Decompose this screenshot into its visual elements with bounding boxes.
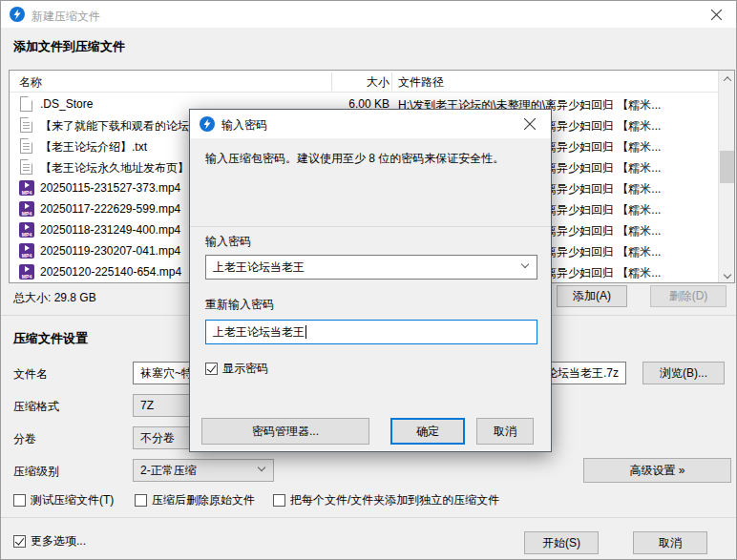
filename-label: 文件名 bbox=[13, 366, 48, 383]
window-titlebar: 新建压缩文件 bbox=[1, 1, 736, 28]
app-logo-icon bbox=[200, 116, 215, 132]
checkbox-label: 更多选项... bbox=[31, 533, 86, 550]
checkbox-label: 把每个文件/文件夹添加到独立的压缩文件 bbox=[290, 492, 499, 508]
mp4-file-icon: MP4 bbox=[19, 264, 34, 280]
delete-original-checkbox[interactable]: 压缩后删除原始文件 bbox=[135, 492, 255, 508]
dialog-divider bbox=[190, 226, 551, 227]
password-value: 上老王论坛当老王 bbox=[213, 259, 305, 276]
confirm-password-label: 重新输入密码 bbox=[205, 297, 274, 313]
ok-button[interactable]: 确定 bbox=[390, 418, 465, 445]
scroll-down-icon[interactable] bbox=[719, 266, 735, 282]
checkbox-label: 测试压缩文件(T) bbox=[31, 492, 114, 508]
format-label: 压缩格式 bbox=[13, 399, 59, 415]
checkbox-box bbox=[273, 494, 285, 507]
file-name: 20250117-222629-599.mp4 bbox=[40, 202, 180, 216]
scroll-up-icon[interactable] bbox=[719, 71, 735, 87]
file-name: 【老王论坛永久地址发布页】.t bbox=[40, 160, 196, 176]
checkbox-box bbox=[13, 494, 26, 507]
filename-value-left: 袜塞穴~特 bbox=[140, 365, 193, 382]
main-cancel-button[interactable]: 取消 bbox=[633, 531, 707, 554]
column-header-size[interactable]: 大小 bbox=[277, 74, 390, 91]
level-label: 压缩级别 bbox=[13, 464, 59, 480]
confirm-password-input[interactable]: 上老王论坛当老王 bbox=[205, 320, 537, 344]
dialog-close-icon[interactable] bbox=[516, 114, 543, 134]
chevron-down-icon bbox=[258, 464, 265, 471]
file-name: 20250118-231249-400.mp4 bbox=[40, 223, 180, 237]
column-divider[interactable] bbox=[391, 73, 392, 91]
more-options-checkbox[interactable]: 更多选项... bbox=[13, 533, 86, 550]
mp4-file-icon: MP4 bbox=[19, 180, 34, 196]
text-caret bbox=[305, 325, 306, 339]
enter-password-dialog: 输入密码 输入压缩包密码。建议使用至少 8 位的密码来保证安全性。 输入密码 上… bbox=[189, 109, 552, 452]
checkbox-label: 压缩后删除原始文件 bbox=[152, 492, 255, 508]
volume-value: 不分卷 bbox=[140, 430, 175, 446]
filename-value-right: 论坛当老王.7z bbox=[546, 365, 619, 382]
password-combobox[interactable]: 上老王论坛当老王 bbox=[205, 255, 537, 280]
browse-button[interactable]: 浏览(B)... bbox=[642, 362, 725, 384]
mp4-file-icon: MP4 bbox=[19, 243, 34, 259]
individual-archives-checkbox[interactable]: 把每个文件/文件夹添加到独立的压缩文件 bbox=[273, 492, 499, 508]
table-scrollbar[interactable] bbox=[718, 71, 734, 282]
file-name: 20250119-230207-041.mp4 bbox=[40, 244, 180, 258]
settings-section-title: 压缩文件设置 bbox=[13, 330, 88, 347]
advanced-settings-button[interactable]: 高级设置 » bbox=[583, 458, 731, 483]
dialog-message: 输入压缩包密码。建议使用至少 8 位的密码来保证安全性。 bbox=[205, 150, 536, 167]
volume-label: 分卷 bbox=[13, 431, 36, 447]
format-value: 7Z bbox=[140, 399, 154, 412]
page-title: 添加文件到压缩文件 bbox=[13, 38, 125, 55]
file-name: 【来了就能下载和观看的论坛, bbox=[40, 118, 192, 135]
text-file-icon bbox=[19, 138, 34, 154]
scrollbar-thumb[interactable] bbox=[720, 151, 734, 183]
window-close-icon[interactable] bbox=[704, 5, 728, 24]
level-value: 2-正常压缩 bbox=[140, 463, 197, 479]
password-label: 输入密码 bbox=[205, 234, 251, 250]
checkbox-box bbox=[135, 494, 147, 507]
test-archive-checkbox[interactable]: 测试压缩文件(T) bbox=[13, 492, 114, 508]
mp4-file-icon: MP4 bbox=[19, 222, 34, 238]
level-select[interactable]: 2-正常压缩 bbox=[133, 459, 274, 482]
text-file-icon bbox=[19, 117, 34, 133]
password-manager-button[interactable]: 密码管理器... bbox=[201, 418, 369, 445]
chevron-down-icon bbox=[521, 260, 529, 268]
column-divider[interactable] bbox=[331, 73, 332, 91]
dialog-title: 输入密码 bbox=[221, 117, 267, 134]
column-header-name[interactable]: 名称 bbox=[19, 74, 42, 91]
file-name: 20250120-225140-654.mp4 bbox=[40, 265, 181, 279]
app-logo-icon bbox=[10, 7, 25, 22]
show-password-checkbox[interactable]: 显示密码 bbox=[205, 361, 268, 377]
start-button[interactable]: 开始(S) bbox=[524, 531, 599, 554]
window-title: 新建压缩文件 bbox=[32, 9, 100, 25]
delete-button: 删除(D) bbox=[650, 285, 726, 307]
file-name: 【老王论坛介绍】.txt bbox=[40, 139, 147, 156]
text-file-icon bbox=[19, 159, 34, 175]
new-archive-window: 新建压缩文件 添加文件到压缩文件 名称 大小 文件路径 .DS_Store6.0… bbox=[0, 0, 737, 560]
total-size-label: 总大小: 29.8 GB bbox=[13, 290, 96, 306]
dialog-titlebar: 输入密码 bbox=[190, 110, 551, 138]
file-name: .DS_Store bbox=[40, 97, 93, 111]
footer-divider bbox=[1, 517, 736, 518]
mp4-file-icon: MP4 bbox=[19, 201, 34, 217]
dialog-cancel-button[interactable]: 取消 bbox=[476, 418, 534, 445]
checkbox-label: 显示密码 bbox=[222, 361, 268, 377]
checkbox-box bbox=[205, 363, 218, 375]
checkbox-box bbox=[13, 535, 26, 548]
confirm-password-value: 上老王论坛当老王 bbox=[213, 324, 305, 341]
add-button[interactable]: 添加(A) bbox=[557, 285, 627, 307]
file-name: 20250115-231527-373.mp4 bbox=[40, 181, 180, 195]
column-header-path[interactable]: 文件路径 bbox=[398, 74, 444, 91]
table-header: 名称 大小 文件路径 bbox=[10, 71, 734, 93]
file-icon bbox=[19, 96, 34, 112]
